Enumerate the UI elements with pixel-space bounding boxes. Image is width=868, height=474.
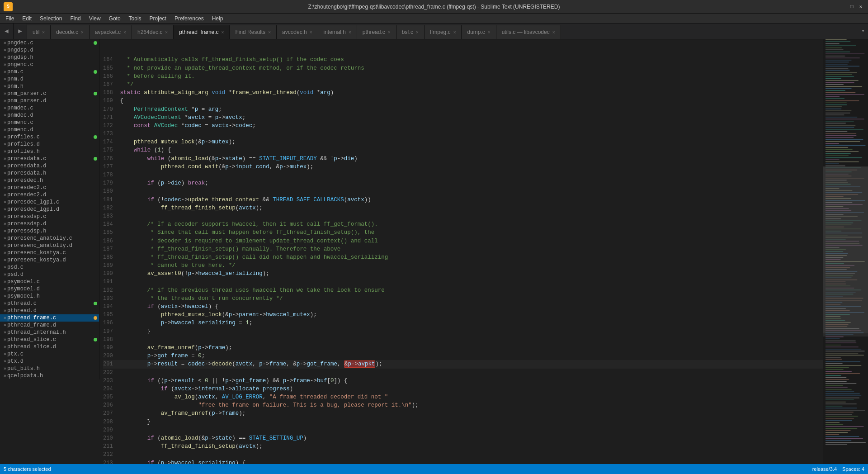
- tab-util[interactable]: util×: [27, 25, 51, 39]
- sidebar-item-pthread-d[interactable]: »pthread.d: [0, 307, 99, 314]
- sidebar-item-proressdsp-d[interactable]: »proressdsp.d: [0, 220, 99, 228]
- sidebar-item-label: ptx.c: [7, 351, 24, 357]
- window-controls[interactable]: — □ ✕: [839, 3, 864, 10]
- menu-item-view[interactable]: View: [85, 14, 104, 23]
- sidebar-item-profiles-h[interactable]: »profiles.h: [0, 148, 99, 155]
- tab-close-button[interactable]: ×: [416, 30, 419, 35]
- menu-item-find[interactable]: Find: [66, 14, 84, 23]
- sidebar-item-label: pthread_slice.d: [7, 344, 56, 350]
- sidebar-item-pngdec-c[interactable]: »pngdec.c: [0, 39, 99, 47]
- tab-utils-c---libavcodec[interactable]: utils.c — libavcodec×: [496, 25, 561, 39]
- menu-item-project[interactable]: Project: [146, 14, 170, 23]
- sidebar-item-psd-c[interactable]: »psd.c: [0, 264, 99, 271]
- tab-close-button[interactable]: ×: [222, 30, 224, 35]
- sidebar-item-proresdec2-d[interactable]: »proresdec2.d: [0, 191, 99, 199]
- tab-close-button[interactable]: ×: [123, 30, 126, 35]
- sidebar-item-proresdata-h[interactable]: »proresdata.h: [0, 170, 99, 177]
- sidebar-item-profiles-c[interactable]: »profiles.c: [0, 133, 99, 141]
- sidebar-item-pnm-d[interactable]: »pnm.d: [0, 76, 99, 83]
- minimize-button[interactable]: —: [839, 3, 846, 10]
- tab-close-button[interactable]: ×: [388, 30, 391, 35]
- sidebar-item-pnmenc-d[interactable]: »pnmenc.d: [0, 126, 99, 133]
- sidebar-item-pnmdec-c[interactable]: »pnmdec.c: [0, 104, 99, 112]
- tab-close-button[interactable]: ×: [488, 30, 491, 35]
- sidebar-item-proresdec-h[interactable]: »proresdec.h: [0, 177, 99, 184]
- menu-item-goto[interactable]: Goto: [105, 14, 124, 23]
- sidebar: »pngdec.c»pngdsp.d»pngdsp.h»pngenc.c»pnm…: [0, 39, 99, 379]
- tab-avpacket-c[interactable]: avpacket.c×: [90, 25, 132, 39]
- tab-prev-button[interactable]: ◀: [0, 24, 14, 39]
- code-editor[interactable]: 164 * Automatically calls ff_thread_fini…: [99, 39, 823, 464]
- sidebar-item-proresdec2-c[interactable]: »proresdec2.c: [0, 184, 99, 191]
- tab-close-button[interactable]: ×: [310, 30, 312, 35]
- tab-close-button[interactable]: ×: [42, 30, 45, 35]
- tab-pthread-c[interactable]: pthread.c×: [357, 25, 396, 39]
- sidebar-item-psymodel-h[interactable]: »psymodel.h: [0, 293, 99, 300]
- tab-dump-c[interactable]: dump.c×: [462, 25, 496, 39]
- editor[interactable]: 164 * Automatically calls ff_thread_fini…: [99, 39, 823, 464]
- maximize-button[interactable]: □: [848, 3, 855, 10]
- tab-ffmpeg-c[interactable]: ffmpeg.c×: [425, 25, 462, 39]
- menu-item-tools[interactable]: Tools: [125, 14, 145, 23]
- sidebar-item-pnm-h[interactable]: »pnm.h: [0, 83, 99, 90]
- sidebar-item-proresenc-kostya-c[interactable]: »proresenc_kostya.c: [0, 249, 99, 256]
- tab-decode-c[interactable]: decode.c×: [51, 25, 90, 39]
- sidebar-item-ptx-c[interactable]: »ptx.c: [0, 351, 99, 358]
- sidebar-item-psymodel-d[interactable]: »psymodel.d: [0, 285, 99, 293]
- sidebar-item-proresdata-c[interactable]: »proresdata.c: [0, 155, 99, 162]
- menu-item-preferences[interactable]: Preferences: [171, 14, 208, 23]
- tab-avcodec-h[interactable]: avcodec.h×: [277, 25, 318, 39]
- menu-item-file[interactable]: File: [2, 14, 18, 23]
- file-arrow-icon: »: [4, 48, 6, 53]
- sidebar-item-pthread-internal-h[interactable]: »pthread_internal.h: [0, 329, 99, 336]
- line-number: 165: [103, 64, 120, 72]
- sidebar-item-pthread-frame-c[interactable]: »pthread_frame.c: [0, 314, 99, 322]
- tab-bsf-c[interactable]: bsf.c×: [396, 25, 425, 39]
- sidebar-item-pthread-frame-d[interactable]: »pthread_frame.d: [0, 322, 99, 329]
- tab-h264dec-c[interactable]: h264dec.c×: [132, 25, 174, 39]
- sidebar-item-pnm-parser-c[interactable]: »pnm_parser.c: [0, 90, 99, 97]
- sidebar-item-qcelpdata-h[interactable]: »qcelpdata.h: [0, 372, 99, 379]
- code-line: 209: [103, 426, 823, 434]
- close-button[interactable]: ✕: [857, 3, 864, 10]
- sidebar-item-pngdsp-d[interactable]: »pngdsp.d: [0, 47, 99, 54]
- sidebar-item-proresenc-anatoliy-c[interactable]: »proresenc_anatoliy.c: [0, 235, 99, 242]
- sidebar-item-pngenc-c[interactable]: »pngenc.c: [0, 61, 99, 68]
- tab-pthread-frame-c[interactable]: pthread_frame.c×: [174, 25, 230, 39]
- sidebar-item-pnm-parser-d[interactable]: »pnm_parser.d: [0, 97, 99, 104]
- tab-close-button[interactable]: ×: [268, 30, 271, 35]
- sidebar-item-proresenc-anatoliy-d[interactable]: »proresenc_anatoliy.d: [0, 242, 99, 249]
- menu-item-edit[interactable]: Edit: [19, 14, 35, 23]
- tab-close-button[interactable]: ×: [165, 30, 168, 35]
- sidebar-item-profiles-d[interactable]: »profiles.d: [0, 141, 99, 148]
- sidebar-item-pnmdec-d[interactable]: »pnmdec.d: [0, 112, 99, 119]
- sidebar-item-proresdata-d[interactable]: »proresdata.d: [0, 162, 99, 170]
- sidebar-item-proresdec-lgpl-d[interactable]: »proresdec_lgpl.d: [0, 206, 99, 213]
- sidebar-item-proressdsp-h[interactable]: »proressdsp.h: [0, 228, 99, 235]
- sidebar-item-psd-d[interactable]: »psd.d: [0, 271, 99, 278]
- tab-close-button[interactable]: ×: [453, 30, 456, 35]
- sidebar-item-psymodel-c[interactable]: »psymodel.c: [0, 278, 99, 285]
- sidebar-item-pthread-c[interactable]: »pthread.c: [0, 300, 99, 307]
- tab-find-results[interactable]: Find Results×: [230, 25, 277, 39]
- sidebar-item-pngdsp-h[interactable]: »pngdsp.h: [0, 54, 99, 61]
- tab-close-button[interactable]: ×: [552, 30, 555, 35]
- tab-internal-h[interactable]: internal.h×: [318, 25, 357, 39]
- tab-list-button[interactable]: ▾: [858, 24, 868, 39]
- sidebar-item-proresdec-lgpl-c[interactable]: »proresdec_lgpl.c: [0, 199, 99, 206]
- code-line: 201 p->result = codec->decode(avctx, p->…: [103, 360, 823, 368]
- sidebar-item-ptx-d[interactable]: »ptx.d: [0, 358, 99, 365]
- sidebar-item-pnmenc-c[interactable]: »pnmenc.c: [0, 119, 99, 126]
- sidebar-item-pthread-slice-c[interactable]: »pthread_slice.c: [0, 336, 99, 343]
- tab-close-button[interactable]: ×: [349, 30, 351, 35]
- sidebar-item-pnm-c[interactable]: »pnm.c: [0, 68, 99, 76]
- menu-item-help[interactable]: Help: [208, 14, 227, 23]
- file-arrow-icon: »: [4, 359, 6, 364]
- sidebar-item-proresenc-kostya-d[interactable]: »proresenc_kostya.d: [0, 256, 99, 264]
- tab-close-button[interactable]: ×: [81, 30, 84, 35]
- tab-next-button[interactable]: ▶: [14, 24, 27, 39]
- sidebar-item-pthread-slice-d[interactable]: »pthread_slice.d: [0, 343, 99, 351]
- menu-item-selection[interactable]: Selection: [36, 14, 66, 23]
- sidebar-item-put-bits-h[interactable]: »put_bits.h: [0, 365, 99, 372]
- sidebar-item-proressdsp-c[interactable]: »proressdsp.c: [0, 213, 99, 220]
